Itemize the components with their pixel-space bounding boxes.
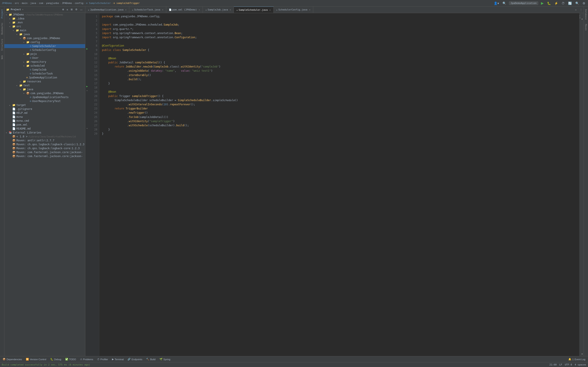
tab-tab6[interactable]: ☕SchedulerConfig.java✕ — [274, 7, 313, 13]
tree-item-src[interactable]: ▾📁src — [4, 25, 85, 28]
debug-button[interactable]: 🐛 — [546, 1, 552, 5]
code-line-4[interactable]: import org.quartz.*; — [102, 27, 579, 31]
code-line-16[interactable]: .build(); — [102, 77, 579, 82]
search-everywhere-button[interactable]: 🔍 — [502, 1, 507, 5]
maven-tab[interactable]: Maven — [584, 22, 588, 32]
encoding[interactable]: UTF-8 — [565, 363, 572, 366]
debug-tool-button[interactable]: 🐛 Debug — [49, 357, 63, 361]
code-line-27[interactable]: .withSchedule(scheduleBuilder).build(); — [102, 123, 579, 128]
search-button[interactable]: 🔍 — [574, 1, 580, 5]
tree-item--mvn[interactable]: ▸📁.mvn — [4, 21, 85, 25]
profiler-button[interactable]: ⏱ — [561, 1, 565, 5]
indent-setting[interactable]: 4 spaces — [575, 363, 586, 366]
code-line-1[interactable]: package com.yangjunbo.JPADemo.config; — [102, 14, 579, 18]
code-line-8[interactable]: @Configuration — [102, 44, 579, 48]
run-gutter-icon[interactable]: ▶ — [86, 85, 88, 88]
tree-item-java[interactable]: ▾📁java — [4, 87, 85, 91]
web-tab[interactable]: Web — [0, 53, 4, 61]
tree-item-com-yangjunbo-JPADemo[interactable]: ▾📦com.yangjunbo.JPADemo — [4, 36, 85, 40]
tab-tab3[interactable]: 📄pom.xml (JPADemo)✕ — [166, 7, 203, 13]
tree-item-Maven--com-fasterxml-jackson-core-jackson-[interactable]: 📦Maven: com.fasterxml.jackson.core:jacks… — [4, 154, 85, 158]
tree-item-SampleScheduler[interactable]: ⊙SampleScheduler — [4, 44, 85, 48]
tree-item-java[interactable]: ▾📁java — [4, 32, 85, 36]
tree-item---1-8--[interactable]: 📦< 1.8 > /Library/Java/JavaVirtualMachin… — [4, 134, 85, 139]
tree-item-scheduled[interactable]: ▾📁scheduled — [4, 64, 85, 68]
editor-scrollbar[interactable]: ✓ 1 ▲ ▼ — [579, 13, 584, 356]
code-line-29[interactable]: } — [102, 132, 579, 136]
tab-tab1[interactable]: ☕JpaDemoApplication.java✕ — [85, 7, 129, 13]
tree-item-SchedulerConfig[interactable]: ⊙SchedulerConfig — [4, 48, 85, 52]
tree-item-JPADemo[interactable]: ▾📁JPADemo ~/kaifa/IdeaWorkspace/JPADemo — [4, 13, 85, 17]
tab-close-button[interactable]: ✕ — [162, 8, 164, 11]
code-line-15[interactable]: .storeDurably() — [102, 73, 579, 77]
tree-item-repository[interactable]: ▸📁repository — [4, 60, 85, 64]
expand-all-button[interactable]: ⊞ — [70, 8, 73, 11]
code-line-25[interactable]: .forJob(sampleJobDetail()) — [102, 115, 579, 119]
database-tab[interactable]: Database — [584, 8, 588, 21]
tab-close-button[interactable]: ✕ — [269, 9, 271, 11]
code-line-24[interactable]: .newTrigger() — [102, 111, 579, 115]
tab-tab2[interactable]: ☕SchedulerTask.java✕ — [129, 7, 166, 13]
tab-close-button[interactable]: ✕ — [199, 8, 200, 11]
dependencies-button[interactable]: 📦 Dependencies — [1, 357, 24, 361]
version-control-button[interactable]: 🔀 Version Control — [24, 357, 48, 361]
tree-item-com-yangjunbo-JPADemo[interactable]: ▾📦com.yangjunbo.JPADemo — [4, 91, 85, 95]
cursor-position[interactable]: 21:60 — [550, 363, 557, 366]
tree-item-test[interactable]: ▾📁test — [4, 83, 85, 87]
code-line-21[interactable]: SimpleScheduleBuilder scheduleBuilder = … — [102, 98, 579, 102]
coverage-button[interactable]: ⚡ — [553, 1, 559, 5]
build-button[interactable]: 🔨 Build — [144, 357, 157, 361]
tree-item-Maven--com-fasterxml-jackson-core-jackson-[interactable]: 📦Maven: com.fasterxml.jackson.core:jacks… — [4, 150, 85, 154]
tab-close-button[interactable]: ✕ — [309, 8, 311, 11]
code-line-13[interactable]: return JobBuilder.newJob(SampleJob.class… — [102, 65, 579, 69]
tab-tab5[interactable]: ☕SampleScheduler.java✕ — [234, 7, 274, 13]
terminal-button[interactable]: ▶ Terminal — [110, 357, 126, 361]
tree-item-JpaDemoApplication[interactable]: ⊙JpaDemoApplication — [4, 75, 85, 80]
settings-gear-button[interactable]: ⚙ — [74, 8, 78, 11]
tree-item-README-md[interactable]: 📄README.md — [4, 127, 85, 131]
fold-icon[interactable]: ▾ — [86, 127, 87, 130]
tree-item-target[interactable]: ▸📁target — [4, 103, 85, 107]
code-line-14[interactable]: .usingJobData( dataKey: "name", value: "… — [102, 69, 579, 73]
code-line-20[interactable]: public Trigger sampleJobTrigger() { — [102, 94, 579, 98]
tab-tab4[interactable]: ☕SampleJob.java✕ — [203, 7, 234, 13]
settings-button[interactable]: ⚙ — [582, 1, 586, 5]
tab-overflow-button[interactable]: » — [573, 8, 578, 11]
tree-item-resources[interactable]: ▸📁resources — [4, 80, 85, 83]
tree-item--gitignore[interactable]: 📄.gitignore — [4, 107, 85, 111]
project-tab[interactable]: Project — [0, 8, 4, 20]
code-line-19[interactable]: @Bean — [102, 90, 579, 94]
scroll-up-arrow[interactable]: ▲ — [581, 17, 583, 20]
collapse-all-button[interactable]: ≡ — [66, 8, 69, 11]
code-line-2[interactable] — [102, 18, 579, 23]
scroll-down-arrow[interactable]: ▼ — [581, 353, 583, 355]
structure-tab[interactable]: Structure — [0, 37, 4, 52]
tab-more-button[interactable]: ⋮ — [578, 8, 584, 11]
code-line-23[interactable]: return TriggerBuilder — [102, 107, 579, 111]
code-line-22[interactable]: .withIntervalInSeconds(10).repeatForever… — [102, 102, 579, 107]
code-line-10[interactable] — [102, 52, 579, 56]
tree-item-JpaDemoApplicationTests[interactable]: ⊙JpaDemoApplicationTests — [4, 95, 85, 99]
run-gutter-icon[interactable]: ▶ — [86, 47, 88, 50]
tree-item-SampleJob[interactable]: ⊙SampleJob — [4, 68, 85, 72]
tree-item-config[interactable]: ▾📁config — [4, 40, 85, 44]
todo-button[interactable]: ✅ TODO — [63, 357, 78, 361]
tree-item-Maven--ch-qos-logback-logback-core-1-2-3[interactable]: 📦Maven: ch.qos.logback:logback-core:1.2.… — [4, 146, 85, 150]
code-line-7[interactable] — [102, 40, 579, 44]
tree-item-UserRepositoryTest[interactable]: ⊙UserRepositoryTest — [4, 99, 85, 103]
endpoints-button[interactable]: 🔗 Endpoints — [126, 357, 144, 361]
tab-close-button[interactable]: ✕ — [125, 8, 126, 11]
tab-close-button[interactable]: ✕ — [230, 8, 231, 11]
close-sidebar-button[interactable]: — — [79, 8, 83, 11]
code-line-12[interactable]: public JobDetail sampleJobDetail() { — [102, 60, 579, 65]
line-ending[interactable]: LF — [559, 363, 562, 366]
run-button[interactable]: ▶ — [540, 1, 545, 6]
vcs-button[interactable]: 👤▾ — [493, 1, 500, 5]
tree-item--idea[interactable]: ▸📁.idea — [4, 17, 85, 21]
spring-button[interactable]: 🌱 Spring — [158, 357, 172, 361]
update-button[interactable]: 🔄 — [567, 1, 573, 5]
event-log-button[interactable]: 🔔 1 Event Log — [567, 357, 587, 361]
code-line-5[interactable]: import org.springframework.context.annot… — [102, 31, 579, 35]
tree-item-SchedulerTask[interactable]: ⊙SchedulerTask — [4, 72, 85, 75]
bookmarks-tab[interactable]: Bookmarks — [0, 21, 4, 36]
